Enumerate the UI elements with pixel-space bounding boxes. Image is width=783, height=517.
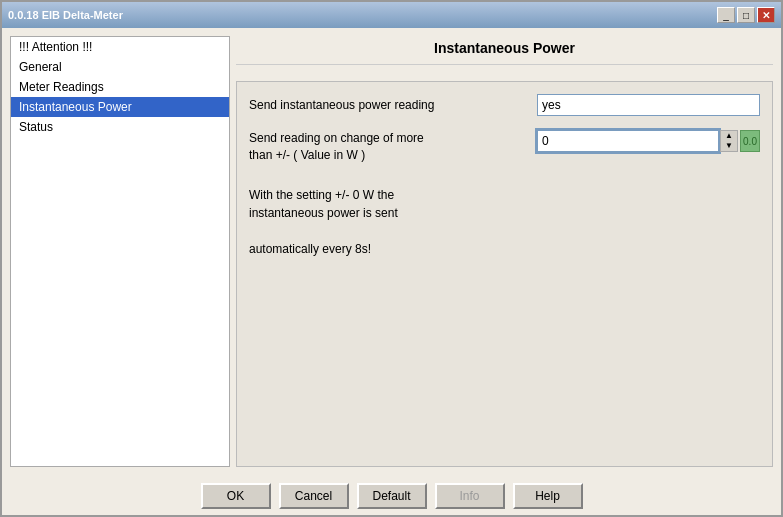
sidebar-item-attention[interactable]: !!! Attention !!! [11, 37, 229, 57]
main-window: 0.0.18 EIB Delta-Meter _ □ ✕ !!! Attenti… [0, 0, 783, 517]
window-title: 0.0.18 EIB Delta-Meter [8, 9, 123, 21]
ok-button[interactable]: OK [201, 483, 271, 509]
panel-title: Instantaneous Power [236, 36, 773, 65]
content-area: Send instantaneous power reading yes no … [236, 81, 773, 467]
minimize-button[interactable]: _ [717, 7, 735, 23]
main-content: !!! Attention !!! General Meter Readings… [2, 28, 781, 475]
maximize-button[interactable]: □ [737, 7, 755, 23]
title-bar: 0.0.18 EIB Delta-Meter _ □ ✕ [2, 2, 781, 28]
green-indicator: 0.0 [740, 130, 760, 152]
spin-buttons: ▲ ▼ [720, 130, 738, 152]
spin-down-button[interactable]: ▼ [721, 141, 737, 151]
send-power-select-wrapper: yes no [537, 94, 760, 116]
sidebar-item-meter-readings[interactable]: Meter Readings [11, 77, 229, 97]
send-power-row: Send instantaneous power reading yes no [249, 94, 760, 116]
info-text: With the setting +/- 0 W the instantaneo… [249, 182, 760, 262]
button-bar: OK Cancel Default Info Help [2, 475, 781, 515]
sidebar-item-general[interactable]: General [11, 57, 229, 77]
number-input-wrapper: ▲ ▼ 0.0 [537, 130, 760, 152]
send-power-label: Send instantaneous power reading [249, 98, 529, 112]
close-button[interactable]: ✕ [757, 7, 775, 23]
right-panel: Instantaneous Power Send instantaneous p… [236, 36, 773, 467]
sidebar-item-instantaneous-power[interactable]: Instantaneous Power [11, 97, 229, 117]
help-button[interactable]: Help [513, 483, 583, 509]
send-change-row: Send reading on change of more than +/- … [249, 130, 760, 164]
send-power-select[interactable]: yes no [537, 94, 760, 116]
spin-up-button[interactable]: ▲ [721, 131, 737, 141]
sidebar-item-status[interactable]: Status [11, 117, 229, 137]
title-bar-buttons: _ □ ✕ [717, 7, 775, 23]
send-change-label: Send reading on change of more than +/- … [249, 130, 529, 164]
change-value-input[interactable] [537, 130, 719, 152]
sidebar: !!! Attention !!! General Meter Readings… [10, 36, 230, 467]
info-button[interactable]: Info [435, 483, 505, 509]
default-button[interactable]: Default [357, 483, 427, 509]
cancel-button[interactable]: Cancel [279, 483, 349, 509]
